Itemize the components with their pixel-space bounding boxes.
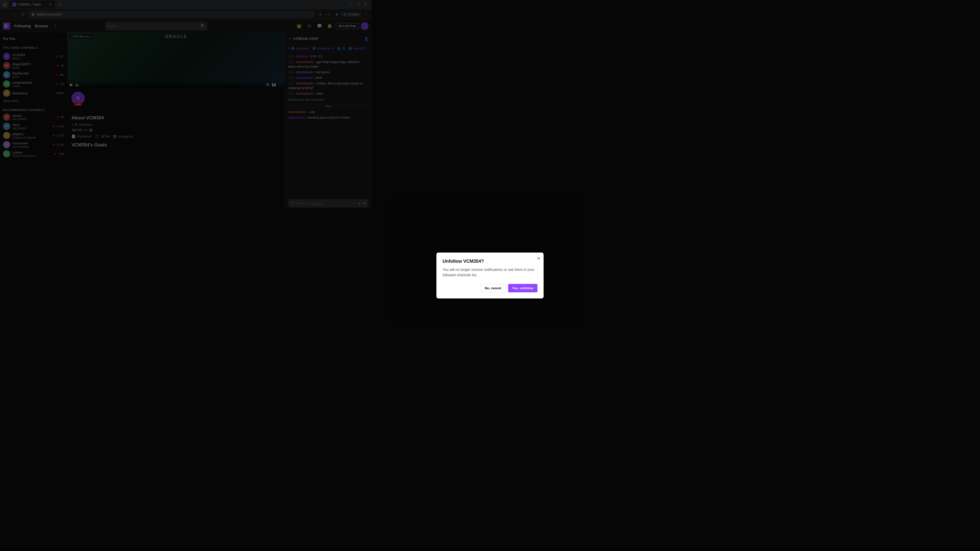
modal-overlay[interactable]: ✕ Unfollow VCM354? You will no longer re… — [0, 0, 372, 208]
